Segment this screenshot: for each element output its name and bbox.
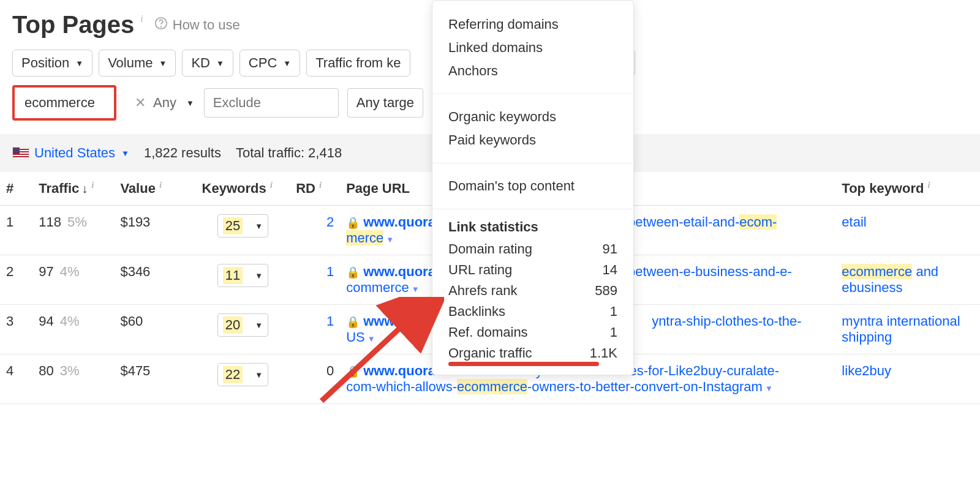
page-title: Top Pages: [12, 11, 134, 39]
match-mode-label[interactable]: Any: [153, 95, 176, 111]
question-circle-icon[interactable]: [154, 17, 168, 34]
url-caret-icon[interactable]: ▼: [386, 235, 394, 244]
lock-icon: 🔒: [346, 365, 360, 378]
annotation-underline: [448, 362, 599, 366]
kd-filter[interactable]: KD ▼: [182, 50, 233, 77]
traffic-from-keywords-filter[interactable]: Traffic from ke: [306, 50, 410, 77]
traffic-cell: 974%: [32, 255, 114, 305]
info-icon[interactable]: i: [91, 180, 94, 190]
col-traffic-label: Traffic: [39, 181, 79, 197]
stat-ahrefs-rank: Ahrefs rank589: [432, 280, 633, 301]
col-top-keyword[interactable]: Top keywordi: [835, 172, 980, 206]
stat-url-rating: URL rating14: [432, 260, 633, 280]
keywords-badge[interactable]: 20 ▼: [217, 313, 268, 337]
url-path: between-etail-and-: [628, 214, 739, 230]
how-to-use-link[interactable]: How to use: [173, 17, 240, 33]
rd-link[interactable]: 2: [326, 214, 334, 230]
value-cell: $193: [114, 206, 195, 255]
url-caret-icon[interactable]: ▼: [765, 384, 773, 393]
volume-filter[interactable]: Volume ▼: [99, 50, 176, 77]
row-number: 3: [0, 305, 32, 354]
rd-value: 0: [326, 363, 334, 378]
position-filter[interactable]: Position ▼: [12, 50, 92, 77]
value-cell: $60: [114, 305, 195, 354]
info-icon[interactable]: i: [319, 180, 322, 190]
caret-down-icon: ▼: [255, 370, 263, 380]
traffic-cell: 944%: [32, 305, 114, 354]
info-icon[interactable]: i: [159, 180, 162, 190]
caret-down-icon: ▼: [216, 59, 224, 68]
caret-down-icon: ▼: [255, 271, 263, 280]
lock-icon: 🔒: [346, 217, 360, 229]
include-keyword-input[interactable]: ecommerce: [12, 85, 116, 121]
top-keyword-link[interactable]: like2buy: [842, 363, 891, 378]
caret-down-icon: ▼: [75, 59, 83, 68]
popover-item-paid-keywords[interactable]: Paid keywords: [448, 129, 617, 152]
traffic-pct: 5%: [67, 214, 87, 230]
any-target-label: Any targe: [356, 95, 414, 110]
row-number: 2: [0, 255, 32, 305]
cpc-filter[interactable]: CPC ▼: [239, 50, 300, 77]
traffic-pct: 4%: [60, 264, 80, 279]
rd-link[interactable]: 1: [326, 264, 334, 279]
url-line2-post: -owners-to-better-convert-on-Instagram: [527, 379, 763, 394]
value-cell: $475: [114, 354, 195, 404]
row-number: 1: [0, 206, 32, 255]
keywords-badge[interactable]: 11 ▼: [217, 264, 268, 287]
popover-item-top-content[interactable]: Domain's top content: [448, 174, 617, 198]
traffic-cell: 803%: [32, 354, 114, 404]
lock-icon: 🔒: [346, 316, 360, 328]
caret-down-icon: ▼: [255, 321, 263, 330]
url-highlight: ecom-: [739, 214, 777, 230]
kd-filter-label: KD: [191, 55, 210, 71]
col-rd[interactable]: RDi: [290, 172, 340, 206]
traffic-pct: 3%: [60, 363, 80, 378]
traffic-pct: 4%: [60, 313, 80, 329]
caret-down-icon: ▼: [121, 149, 129, 158]
cpc-filter-label: CPC: [249, 55, 277, 71]
value-cell: $346: [114, 255, 195, 305]
col-top-keyword-label: Top keyword: [842, 181, 924, 197]
position-filter-label: Position: [21, 55, 69, 71]
popover-item-organic-keywords[interactable]: Organic keywords: [448, 105, 617, 129]
url-highlight: ecommerce: [457, 379, 527, 394]
clear-include-icon[interactable]: ✕: [135, 95, 146, 111]
col-traffic[interactable]: Traffic↓i: [32, 172, 114, 206]
caret-down-icon: ▼: [159, 59, 167, 68]
popover-item-linked-domains[interactable]: Linked domains: [448, 36, 617, 59]
keywords-badge[interactable]: 25 ▼: [217, 214, 268, 238]
caret-down-icon: ▼: [283, 59, 291, 68]
popover-item-anchors[interactable]: Anchors: [448, 59, 617, 83]
popover-item-referring-domains[interactable]: Referring domains: [448, 13, 617, 36]
traffic-cell: 1185%: [32, 206, 114, 255]
rd-link[interactable]: 1: [326, 313, 334, 329]
col-value[interactable]: Valuei: [114, 172, 195, 206]
stat-backlinks: Backlinks1: [432, 301, 633, 322]
info-icon[interactable]: i: [270, 180, 273, 190]
any-target-filter[interactable]: Any targe: [347, 88, 423, 118]
caret-down-icon: ▼: [186, 99, 194, 108]
keywords-count: 22: [223, 366, 243, 383]
top-keyword-link[interactable]: ecommerce and ebusiness: [842, 264, 938, 295]
stat-domain-rating: Domain rating91: [432, 239, 633, 260]
top-keyword-link[interactable]: myntra international shipping: [842, 313, 960, 345]
sort-desc-icon: ↓: [81, 182, 88, 196]
keywords-badge[interactable]: 22 ▼: [217, 363, 268, 386]
top-keyword-link[interactable]: etail: [842, 214, 866, 230]
col-page-url-label: Page URL: [346, 181, 410, 196]
col-keywords-label: Keywords: [202, 181, 266, 197]
url-highlight: merce: [346, 230, 383, 245]
url-details-popover: Referring domains Linked domains Anchors…: [432, 0, 634, 375]
keywords-count: 11: [223, 267, 243, 284]
info-icon[interactable]: i: [140, 13, 143, 24]
country-selector[interactable]: United States ▼: [12, 145, 129, 161]
keywords-count: 25: [223, 217, 243, 234]
exclude-keyword-input[interactable]: [204, 88, 339, 118]
url-path: between-e-business-and-e-: [628, 264, 792, 279]
col-keywords[interactable]: Keywordsi: [196, 172, 290, 206]
col-number[interactable]: #: [0, 172, 32, 206]
volume-filter-label: Volume: [108, 55, 153, 71]
url-caret-icon[interactable]: ▼: [412, 285, 420, 294]
url-caret-icon[interactable]: ▼: [368, 334, 375, 343]
info-icon[interactable]: i: [927, 180, 930, 190]
